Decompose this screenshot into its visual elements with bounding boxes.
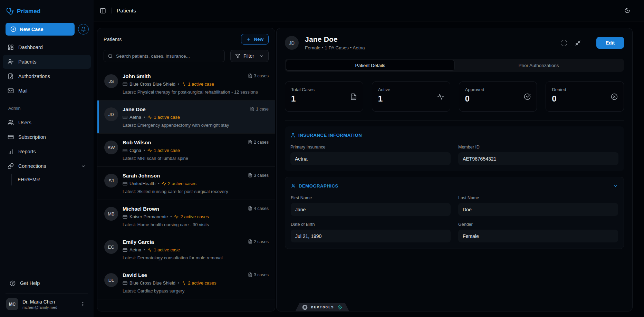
activity-icon (147, 148, 152, 153)
patient-active-cases: 2 active cases (162, 181, 196, 186)
patient-insurance: Aetna (123, 115, 141, 120)
dot-separator: • (178, 281, 179, 286)
sidebar-nav-item[interactable]: Mail (3, 84, 91, 98)
patient-latest-case: Latest: Dermatology consultation for mol… (123, 255, 269, 260)
devtools-badge[interactable]: DEVTOOLS (295, 303, 349, 311)
user-name: Dr. Maria Chen (22, 299, 74, 305)
stat-value: 0 (465, 94, 531, 104)
patient-case-count: 2 cases (248, 140, 269, 145)
patient-avatar: BW (104, 141, 118, 154)
field-value[interactable]: AET987654321 (458, 152, 618, 165)
bell-icon (81, 27, 86, 32)
user-profile[interactable]: MC Dr. Maria Chen mchen@family.med (5, 298, 89, 310)
edit-button[interactable]: Edit (596, 37, 624, 49)
patient-active-cases: 2 active cases (174, 214, 209, 219)
patient-active-cases: 1 active case (147, 148, 180, 153)
expand-button[interactable] (558, 37, 570, 49)
patient-insurance: UnitedHealth (123, 181, 155, 186)
detail-patient-subtitle: Female • 1 PA Cases • Aetna (305, 45, 552, 50)
sidebar-nav-label: Patients (18, 59, 36, 65)
sidebar-nav-item[interactable]: Subscription (3, 130, 91, 144)
patient-active-cases: 1 active case (147, 247, 180, 252)
detail-tabs: Patient Details Prior Authorizations (285, 59, 624, 72)
detail-tab[interactable]: Prior Authorizations (454, 60, 623, 71)
field-value[interactable]: Female (458, 230, 618, 242)
patient-latest-case: Latest: Emergency appendectomy with over… (123, 123, 269, 128)
footer-divider (6, 294, 88, 294)
sidebar-nav-label: Connections (18, 163, 46, 169)
patient-latest-case: Latest: Home health nursing care - 30 vi… (123, 222, 269, 227)
sidebar-nav-item[interactable]: Dashboard (3, 40, 91, 54)
field-label: Member ID (458, 145, 618, 150)
sidebar-nav-item[interactable]: Patients (3, 55, 91, 69)
dot-separator: • (170, 214, 172, 219)
dot-separator: • (158, 181, 159, 186)
stat-cards: Total Cases 1 Active 1 Approved 0 (285, 81, 624, 112)
notifications-button[interactable] (78, 24, 89, 35)
search-box (104, 50, 225, 62)
person-icon (291, 183, 296, 189)
form-field: Gender Female (458, 222, 618, 242)
dot-separator: • (144, 115, 145, 120)
card-icon (123, 214, 127, 219)
stat-card: Denied 0 (546, 81, 624, 112)
filter-button[interactable]: Filter (230, 50, 269, 62)
sidebar-nav-item[interactable]: Users (3, 116, 91, 129)
stat-value: 1 (291, 94, 357, 104)
sidebar-nav-item[interactable]: Reports (3, 145, 91, 158)
patient-list-item[interactable]: EG Emily Garcia 2 cases Aetna (97, 233, 275, 266)
sidebar-nav-label: Authorizations (18, 74, 50, 79)
patient-list: JS John Smith 3 cases Blue Cross Blue Sh… (97, 67, 275, 311)
field-value[interactable]: Jane (291, 203, 451, 216)
plus-icon (246, 37, 251, 42)
panel-left-icon (100, 8, 106, 14)
sidebar-nav-item[interactable]: Connections (3, 159, 91, 173)
file-text-icon (248, 173, 252, 177)
dot-separator: • (144, 148, 145, 153)
stat-label: Active (378, 87, 444, 92)
sidebar-nav-label: Users (18, 120, 31, 125)
activity-icon (147, 115, 152, 119)
new-case-button[interactable]: New Case (6, 23, 75, 36)
chevron-down-icon[interactable] (613, 183, 618, 189)
patient-list-item[interactable]: JS John Smith 3 cases Blue Cross Blue Sh… (97, 67, 275, 100)
sidebar-footer: Get Help MC Dr. Maria Chen mchen@family.… (0, 273, 94, 317)
field-label: Date of Birth (291, 222, 451, 227)
patient-latest-case: Latest: Skilled nursing care for post-su… (123, 189, 269, 194)
collapse-button[interactable] (572, 37, 584, 49)
patient-list-item[interactable]: MB Michael Brown 4 cases Kaiser Permanen… (97, 200, 275, 233)
search-input[interactable] (116, 54, 221, 59)
patients-icon (8, 59, 14, 65)
patient-avatar: EG (104, 240, 118, 254)
patient-list-item[interactable]: SJ Sarah Johnson 3 cases UnitedHealth (97, 167, 275, 200)
stat-label: Total Cases (291, 87, 357, 92)
sidebar-nav-label: Dashboard (18, 45, 43, 50)
patient-insurance: Blue Cross Blue Shield (123, 280, 175, 286)
devtools-label: DEVTOOLS (311, 305, 334, 309)
page-title: Patients (117, 8, 136, 14)
card-icon (123, 181, 127, 186)
sidebar-nav: Dashboard Patients Authorizations Mail (0, 40, 94, 98)
field-value[interactable]: Doe (458, 203, 618, 216)
patient-list-item[interactable]: DL David Lee 3 cases Blue Cross Blue Shi… (97, 266, 275, 299)
patient-list-item[interactable]: JD Jane Doe 1 case Aetna • (97, 100, 275, 134)
file-text-icon (248, 272, 252, 277)
patient-list-item[interactable]: BW Bob Wilson 2 cases Cigna • (97, 134, 275, 167)
form-field: Last Name Doe (458, 195, 618, 216)
form-field: First Name Jane (291, 195, 451, 216)
new-patient-button[interactable]: New (241, 34, 269, 45)
sidebar-item-ehr-emr[interactable]: EHR/EMR (12, 174, 94, 185)
sidebar-nav-item[interactable]: Authorizations (3, 69, 91, 83)
brand-name: Priamed (17, 8, 41, 15)
patient-case-count: 3 cases (248, 74, 269, 78)
activity-icon (162, 181, 166, 186)
detail-tab[interactable]: Patient Details (286, 60, 454, 71)
user-menu-button[interactable] (78, 300, 87, 309)
theme-toggle-button[interactable] (622, 5, 633, 16)
sidebar-toggle-button[interactable] (98, 6, 108, 16)
get-help-button[interactable]: Get Help (5, 276, 89, 290)
field-value[interactable]: Jul 21, 1990 (291, 230, 451, 242)
field-value[interactable]: Aetna (290, 152, 451, 165)
activity-icon (182, 281, 186, 285)
patient-name: Michael Brown (123, 206, 159, 212)
